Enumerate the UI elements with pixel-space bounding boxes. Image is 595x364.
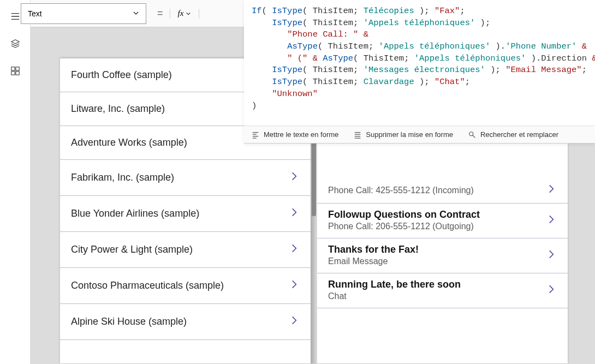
chevron-right-icon bbox=[546, 284, 557, 297]
find-replace-button[interactable]: Rechercher et remplacer bbox=[468, 130, 558, 139]
chevron-right-icon bbox=[289, 279, 300, 293]
list-item[interactable]: Contoso Pharmaceuticals (sample) bbox=[60, 268, 311, 304]
activity-title: Running Late, be there soon bbox=[328, 279, 461, 290]
list-item[interactable]: Followup Questions on ContractPhone Call… bbox=[317, 204, 568, 238]
activity-subtitle: Chat bbox=[328, 291, 461, 301]
chevron-right-icon bbox=[546, 214, 557, 227]
hamburger-icon[interactable] bbox=[10, 11, 21, 22]
chevron-right-icon bbox=[289, 243, 300, 256]
formula-overlay: If( IsType( ThisItem; Télécopies ); "Fax… bbox=[244, 0, 595, 144]
activity-title: Followup Questions on Contract bbox=[328, 209, 480, 220]
list-item[interactable]: Phone Call: 425-555-1212 (Incoming) bbox=[317, 183, 568, 204]
activity-subtitle: Phone Call: 425-555-1212 (Incoming) bbox=[328, 186, 474, 195]
chevron-down-icon bbox=[186, 9, 191, 19]
list-item[interactable]: Fabrikam, Inc. (sample) bbox=[60, 160, 311, 196]
activity-subtitle: Phone Call: 206-555-1212 (Outgoing) bbox=[328, 222, 480, 231]
remove-format-button[interactable]: Supprimer la mise en forme bbox=[354, 130, 453, 139]
list-item-label: Adventure Works (sample) bbox=[71, 137, 187, 148]
grid-icon[interactable] bbox=[10, 65, 21, 76]
format-text-label: Mettre le texte en forme bbox=[264, 130, 338, 139]
list-item-label: Fabrikam, Inc. (sample) bbox=[71, 172, 174, 183]
format-text-button[interactable]: Mettre le texte en forme bbox=[252, 130, 338, 139]
list-item-label: Litware, Inc. (sample) bbox=[71, 103, 165, 115]
svg-rect-2 bbox=[11, 71, 14, 75]
chevron-right-icon bbox=[546, 183, 557, 196]
equals-sign: = bbox=[157, 8, 163, 19]
list-item[interactable]: Alpine Ski House (sample) bbox=[60, 304, 311, 340]
remove-format-label: Supprimer la mise en forme bbox=[366, 130, 453, 139]
property-dropdown[interactable]: Text bbox=[21, 3, 146, 24]
find-replace-label: Rechercher et remplacer bbox=[480, 130, 558, 139]
fx-label: fx bbox=[178, 9, 184, 18]
chevron-right-icon bbox=[289, 315, 300, 329]
layers-icon[interactable] bbox=[10, 38, 21, 49]
chevron-right-icon bbox=[289, 207, 300, 220]
list-item-label: Contoso Pharmaceuticals (sample) bbox=[71, 280, 224, 291]
chevron-right-icon bbox=[289, 171, 300, 184]
property-dropdown-label: Text bbox=[28, 9, 42, 18]
list-item[interactable]: Blue Yonder Airlines (sample) bbox=[60, 196, 311, 232]
left-rail bbox=[0, 0, 31, 364]
list-item[interactable]: Running Late, be there soonChat bbox=[317, 273, 568, 308]
list-item[interactable]: Thanks for the Fax!Email Message bbox=[317, 238, 568, 273]
formula-editor[interactable]: If( IsType( ThisItem; Télécopies ); "Fax… bbox=[244, 0, 595, 126]
chevron-down-icon bbox=[133, 9, 139, 18]
svg-rect-3 bbox=[15, 71, 19, 75]
fx-button[interactable]: fx bbox=[170, 9, 200, 19]
chevron-right-icon bbox=[546, 249, 557, 262]
activity-subtitle: Email Message bbox=[328, 256, 419, 266]
list-item-label: Alpine Ski House (sample) bbox=[71, 316, 187, 327]
list-item[interactable]: City Power & Light (sample) bbox=[60, 232, 311, 268]
formula-toolbar: Mettre le texte en forme Supprimer la mi… bbox=[244, 126, 595, 143]
list-item-label: Blue Yonder Airlines (sample) bbox=[71, 208, 199, 219]
svg-rect-0 bbox=[11, 67, 14, 70]
svg-rect-1 bbox=[15, 67, 19, 70]
list-item-label: City Power & Light (sample) bbox=[71, 244, 193, 255]
svg-point-4 bbox=[469, 132, 473, 135]
list-item-label: Fourth Coffee (sample) bbox=[71, 69, 172, 81]
activity-title: Thanks for the Fax! bbox=[328, 244, 419, 255]
